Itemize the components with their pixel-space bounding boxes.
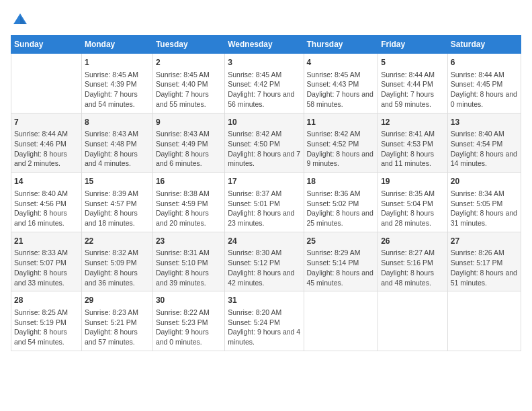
header-sunday: Sunday	[11, 36, 82, 54]
cell-w4-d2: 30Sunrise: 8:22 AMSunset: 5:23 PMDayligh…	[152, 291, 224, 351]
day-info: Sunrise: 8:29 AMSunset: 5:14 PMDaylight:…	[307, 248, 375, 287]
day-info: Sunrise: 8:40 AMSunset: 4:54 PMDaylight:…	[451, 129, 518, 169]
week-row-2: 14Sunrise: 8:40 AMSunset: 4:56 PMDayligh…	[11, 173, 521, 232]
week-row-3: 21Sunrise: 8:33 AMSunset: 5:07 PMDayligh…	[11, 232, 521, 291]
day-info: Sunrise: 8:45 AMSunset: 4:40 PMDaylight:…	[156, 70, 222, 109]
day-number: 7	[14, 117, 79, 128]
logo	[11, 11, 32, 30]
day-info: Sunrise: 8:45 AMSunset: 4:39 PMDaylight:…	[85, 70, 150, 109]
header-row: SundayMondayTuesdayWednesdayThursdayFrid…	[11, 36, 521, 54]
cell-w1-d6: 13Sunrise: 8:40 AMSunset: 4:54 PMDayligh…	[447, 113, 521, 173]
day-info: Sunrise: 8:43 AMSunset: 4:49 PMDaylight:…	[156, 129, 222, 169]
cell-w4-d1: 29Sunrise: 8:23 AMSunset: 5:21 PMDayligh…	[81, 291, 152, 351]
day-number: 19	[381, 176, 445, 187]
calendar-table: SundayMondayTuesdayWednesdayThursdayFrid…	[11, 35, 521, 351]
day-info: Sunrise: 8:37 AMSunset: 5:01 PMDaylight:…	[228, 189, 300, 228]
day-number: 15	[85, 176, 150, 187]
day-info: Sunrise: 8:42 AMSunset: 4:50 PMDaylight:…	[228, 129, 300, 169]
cell-w3-d0: 21Sunrise: 8:33 AMSunset: 5:07 PMDayligh…	[11, 232, 82, 291]
day-number: 4	[307, 57, 375, 68]
day-number: 14	[14, 176, 79, 187]
cell-w3-d1: 22Sunrise: 8:32 AMSunset: 5:09 PMDayligh…	[81, 232, 152, 291]
day-info: Sunrise: 8:31 AMSunset: 5:10 PMDaylight:…	[156, 248, 222, 287]
day-info: Sunrise: 8:41 AMSunset: 4:53 PMDaylight:…	[381, 129, 445, 169]
day-number: 29	[85, 295, 150, 306]
week-row-0: 1Sunrise: 8:45 AMSunset: 4:39 PMDaylight…	[11, 54, 521, 113]
day-number: 5	[381, 57, 445, 68]
week-row-1: 7Sunrise: 8:44 AMSunset: 4:46 PMDaylight…	[11, 113, 521, 173]
day-number: 26	[381, 236, 445, 247]
day-info: Sunrise: 8:44 AMSunset: 4:45 PMDaylight:…	[451, 70, 518, 109]
day-number: 25	[307, 236, 375, 247]
day-info: Sunrise: 8:36 AMSunset: 5:02 PMDaylight:…	[307, 189, 375, 228]
day-number: 2	[156, 57, 222, 68]
day-number: 31	[228, 295, 300, 306]
day-info: Sunrise: 8:43 AMSunset: 4:48 PMDaylight:…	[85, 129, 150, 169]
cell-w0-d1: 1Sunrise: 8:45 AMSunset: 4:39 PMDaylight…	[81, 54, 152, 113]
cell-w3-d2: 23Sunrise: 8:31 AMSunset: 5:10 PMDayligh…	[152, 232, 224, 291]
header-wednesday: Wednesday	[225, 36, 304, 54]
cell-w2-d2: 16Sunrise: 8:38 AMSunset: 4:59 PMDayligh…	[152, 173, 224, 232]
cell-w4-d6	[447, 291, 521, 351]
header-saturday: Saturday	[447, 36, 521, 54]
day-number: 24	[228, 236, 300, 247]
day-info: Sunrise: 8:39 AMSunset: 4:57 PMDaylight:…	[85, 189, 150, 228]
day-info: Sunrise: 8:40 AMSunset: 4:56 PMDaylight:…	[14, 189, 79, 228]
cell-w3-d5: 26Sunrise: 8:27 AMSunset: 5:16 PMDayligh…	[378, 232, 448, 291]
cell-w0-d3: 3Sunrise: 8:45 AMSunset: 4:42 PMDaylight…	[225, 54, 304, 113]
day-number: 9	[156, 117, 222, 128]
day-number: 17	[228, 176, 300, 187]
day-info: Sunrise: 8:23 AMSunset: 5:21 PMDaylight:…	[85, 308, 150, 347]
cell-w2-d5: 19Sunrise: 8:35 AMSunset: 5:04 PMDayligh…	[378, 173, 448, 232]
day-number: 3	[228, 57, 300, 68]
cell-w2-d4: 18Sunrise: 8:36 AMSunset: 5:02 PMDayligh…	[304, 173, 378, 232]
cell-w2-d1: 15Sunrise: 8:39 AMSunset: 4:57 PMDayligh…	[81, 173, 152, 232]
cell-w0-d6: 6Sunrise: 8:44 AMSunset: 4:45 PMDaylight…	[447, 54, 521, 113]
header-thursday: Thursday	[304, 36, 378, 54]
cell-w0-d2: 2Sunrise: 8:45 AMSunset: 4:40 PMDaylight…	[152, 54, 224, 113]
day-number: 12	[381, 117, 445, 128]
week-row-4: 28Sunrise: 8:25 AMSunset: 5:19 PMDayligh…	[11, 291, 521, 351]
day-info: Sunrise: 8:27 AMSunset: 5:16 PMDaylight:…	[381, 248, 445, 287]
day-info: Sunrise: 8:45 AMSunset: 4:43 PMDaylight:…	[307, 70, 375, 109]
day-info: Sunrise: 8:26 AMSunset: 5:17 PMDaylight:…	[451, 248, 518, 287]
day-number: 22	[85, 236, 150, 247]
day-info: Sunrise: 8:32 AMSunset: 5:09 PMDaylight:…	[85, 248, 150, 287]
day-number: 20	[451, 176, 518, 187]
cell-w4-d0: 28Sunrise: 8:25 AMSunset: 5:19 PMDayligh…	[11, 291, 82, 351]
day-number: 13	[451, 117, 518, 128]
logo-icon	[11, 11, 30, 30]
day-info: Sunrise: 8:20 AMSunset: 5:24 PMDaylight:…	[228, 308, 300, 347]
day-info: Sunrise: 8:45 AMSunset: 4:42 PMDaylight:…	[228, 70, 300, 109]
day-number: 16	[156, 176, 222, 187]
cell-w1-d2: 9Sunrise: 8:43 AMSunset: 4:49 PMDaylight…	[152, 113, 224, 173]
day-info: Sunrise: 8:33 AMSunset: 5:07 PMDaylight:…	[14, 248, 79, 287]
day-info: Sunrise: 8:44 AMSunset: 4:44 PMDaylight:…	[381, 70, 445, 109]
day-info: Sunrise: 8:22 AMSunset: 5:23 PMDaylight:…	[156, 308, 222, 347]
day-info: Sunrise: 8:35 AMSunset: 5:04 PMDaylight:…	[381, 189, 445, 228]
header-monday: Monday	[81, 36, 152, 54]
cell-w0-d5: 5Sunrise: 8:44 AMSunset: 4:44 PMDaylight…	[378, 54, 448, 113]
day-info: Sunrise: 8:34 AMSunset: 5:05 PMDaylight:…	[451, 189, 518, 228]
day-number: 21	[14, 236, 79, 247]
day-info: Sunrise: 8:42 AMSunset: 4:52 PMDaylight:…	[307, 129, 375, 169]
day-number: 18	[307, 176, 375, 187]
cell-w1-d1: 8Sunrise: 8:43 AMSunset: 4:48 PMDaylight…	[81, 113, 152, 173]
day-info: Sunrise: 8:25 AMSunset: 5:19 PMDaylight:…	[14, 308, 79, 347]
cell-w1-d0: 7Sunrise: 8:44 AMSunset: 4:46 PMDaylight…	[11, 113, 82, 173]
cell-w3-d6: 27Sunrise: 8:26 AMSunset: 5:17 PMDayligh…	[447, 232, 521, 291]
cell-w0-d4: 4Sunrise: 8:45 AMSunset: 4:43 PMDaylight…	[304, 54, 378, 113]
cell-w4-d5	[378, 291, 448, 351]
cell-w0-d0	[11, 54, 82, 113]
day-info: Sunrise: 8:30 AMSunset: 5:12 PMDaylight:…	[228, 248, 300, 287]
cell-w1-d5: 12Sunrise: 8:41 AMSunset: 4:53 PMDayligh…	[378, 113, 448, 173]
cell-w3-d4: 25Sunrise: 8:29 AMSunset: 5:14 PMDayligh…	[304, 232, 378, 291]
cell-w1-d4: 11Sunrise: 8:42 AMSunset: 4:52 PMDayligh…	[304, 113, 378, 173]
header-tuesday: Tuesday	[152, 36, 224, 54]
day-number: 28	[14, 295, 79, 306]
cell-w2-d6: 20Sunrise: 8:34 AMSunset: 5:05 PMDayligh…	[447, 173, 521, 232]
cell-w1-d3: 10Sunrise: 8:42 AMSunset: 4:50 PMDayligh…	[225, 113, 304, 173]
day-number: 8	[85, 117, 150, 128]
day-number: 11	[307, 117, 375, 128]
header-friday: Friday	[378, 36, 448, 54]
